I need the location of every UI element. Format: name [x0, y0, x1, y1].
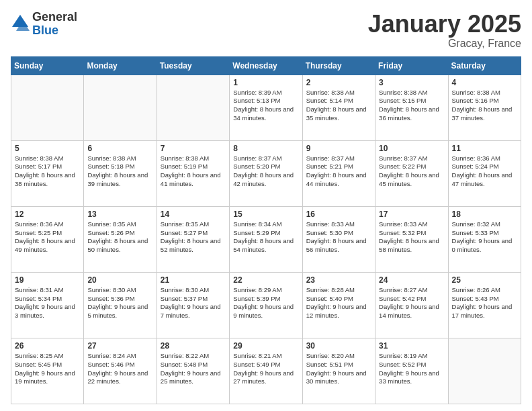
calendar-header-thursday: Thursday [302, 56, 375, 75]
calendar-cell: 27Sunrise: 8:24 AM Sunset: 5:46 PM Dayli… [84, 338, 157, 404]
calendar-header-friday: Friday [375, 56, 448, 75]
day-info: Sunrise: 8:38 AM Sunset: 5:17 PM Dayligh… [15, 154, 80, 189]
day-info: Sunrise: 8:27 AM Sunset: 5:42 PM Dayligh… [379, 286, 444, 320]
calendar-cell: 22Sunrise: 8:29 AM Sunset: 5:39 PM Dayli… [230, 272, 302, 338]
day-info: Sunrise: 8:33 AM Sunset: 5:30 PM Dayligh… [306, 220, 371, 255]
calendar-cell: 30Sunrise: 8:20 AM Sunset: 5:51 PM Dayli… [302, 338, 375, 404]
day-info: Sunrise: 8:35 AM Sunset: 5:26 PM Dayligh… [87, 220, 152, 255]
calendar-week-1: 5Sunrise: 8:38 AM Sunset: 5:17 PM Daylig… [11, 140, 521, 206]
day-number: 25 [452, 275, 517, 285]
day-number: 7 [161, 144, 226, 153]
logo: General Blue [11, 11, 77, 38]
day-info: Sunrise: 8:32 AM Sunset: 5:33 PM Dayligh… [452, 220, 517, 255]
day-info: Sunrise: 8:29 AM Sunset: 5:39 PM Dayligh… [233, 286, 298, 320]
calendar-cell: 15Sunrise: 8:34 AM Sunset: 5:29 PM Dayli… [230, 206, 302, 272]
calendar-week-0: 1Sunrise: 8:39 AM Sunset: 5:13 PM Daylig… [11, 75, 521, 140]
day-number: 1 [233, 78, 298, 87]
calendar-cell: 2Sunrise: 8:38 AM Sunset: 5:14 PM Daylig… [302, 75, 375, 140]
calendar-cell [84, 75, 157, 140]
day-info: Sunrise: 8:21 AM Sunset: 5:49 PM Dayligh… [233, 352, 298, 386]
header: General Blue January 2025 Gracay, France [11, 11, 521, 50]
calendar-cell: 8Sunrise: 8:37 AM Sunset: 5:20 PM Daylig… [230, 140, 302, 206]
calendar-cell: 17Sunrise: 8:33 AM Sunset: 5:32 PM Dayli… [375, 206, 448, 272]
calendar-cell: 3Sunrise: 8:38 AM Sunset: 5:15 PM Daylig… [375, 75, 448, 140]
calendar-week-2: 12Sunrise: 8:36 AM Sunset: 5:25 PM Dayli… [11, 206, 521, 272]
calendar-cell: 20Sunrise: 8:30 AM Sunset: 5:36 PM Dayli… [84, 272, 157, 338]
day-number: 28 [161, 341, 226, 351]
day-info: Sunrise: 8:24 AM Sunset: 5:46 PM Dayligh… [87, 352, 152, 386]
calendar-cell: 1Sunrise: 8:39 AM Sunset: 5:13 PM Daylig… [230, 75, 302, 140]
day-info: Sunrise: 8:38 AM Sunset: 5:18 PM Dayligh… [87, 154, 152, 189]
day-number: 12 [15, 210, 80, 219]
day-info: Sunrise: 8:37 AM Sunset: 5:20 PM Dayligh… [233, 154, 298, 189]
day-number: 14 [161, 210, 226, 219]
day-number: 3 [379, 78, 444, 87]
day-number: 9 [306, 144, 371, 153]
calendar-cell: 19Sunrise: 8:31 AM Sunset: 5:34 PM Dayli… [11, 272, 84, 338]
day-number: 17 [379, 210, 444, 219]
day-number: 8 [233, 144, 298, 153]
calendar-cell [11, 75, 84, 140]
day-number: 29 [233, 341, 298, 351]
logo-blue: Blue [32, 24, 77, 38]
day-info: Sunrise: 8:39 AM Sunset: 5:13 PM Dayligh… [233, 89, 298, 123]
day-number: 4 [452, 78, 517, 87]
calendar-cell: 5Sunrise: 8:38 AM Sunset: 5:17 PM Daylig… [11, 140, 84, 206]
calendar-cell: 7Sunrise: 8:38 AM Sunset: 5:19 PM Daylig… [157, 140, 229, 206]
calendar-cell: 9Sunrise: 8:37 AM Sunset: 5:21 PM Daylig… [302, 140, 375, 206]
day-number: 5 [15, 144, 80, 153]
calendar-header-row: SundayMondayTuesdayWednesdayThursdayFrid… [11, 56, 521, 75]
day-info: Sunrise: 8:30 AM Sunset: 5:36 PM Dayligh… [87, 286, 152, 320]
day-number: 15 [233, 210, 298, 219]
day-number: 10 [379, 144, 444, 153]
calendar-header-monday: Monday [84, 56, 157, 75]
day-number: 27 [87, 341, 152, 351]
day-info: Sunrise: 8:38 AM Sunset: 5:15 PM Dayligh… [379, 89, 444, 123]
day-info: Sunrise: 8:35 AM Sunset: 5:27 PM Dayligh… [161, 220, 226, 255]
calendar-cell: 12Sunrise: 8:36 AM Sunset: 5:25 PM Dayli… [11, 206, 84, 272]
calendar-cell: 6Sunrise: 8:38 AM Sunset: 5:18 PM Daylig… [84, 140, 157, 206]
calendar-header-saturday: Saturday [448, 56, 521, 75]
day-info: Sunrise: 8:31 AM Sunset: 5:34 PM Dayligh… [15, 286, 80, 320]
day-number: 13 [87, 210, 152, 219]
calendar-table: SundayMondayTuesdayWednesdayThursdayFrid… [11, 56, 521, 404]
day-number: 16 [306, 210, 371, 219]
day-info: Sunrise: 8:34 AM Sunset: 5:29 PM Dayligh… [233, 220, 298, 255]
calendar-cell: 31Sunrise: 8:19 AM Sunset: 5:52 PM Dayli… [375, 338, 448, 404]
day-info: Sunrise: 8:22 AM Sunset: 5:48 PM Dayligh… [161, 352, 226, 386]
day-number: 21 [161, 275, 226, 285]
day-info: Sunrise: 8:36 AM Sunset: 5:24 PM Dayligh… [452, 154, 517, 189]
calendar-week-3: 19Sunrise: 8:31 AM Sunset: 5:34 PM Dayli… [11, 272, 521, 338]
day-info: Sunrise: 8:37 AM Sunset: 5:22 PM Dayligh… [379, 154, 444, 189]
day-number: 24 [379, 275, 444, 285]
day-number: 30 [306, 341, 371, 351]
calendar-cell: 28Sunrise: 8:22 AM Sunset: 5:48 PM Dayli… [157, 338, 229, 404]
day-info: Sunrise: 8:36 AM Sunset: 5:25 PM Dayligh… [15, 220, 80, 255]
day-info: Sunrise: 8:19 AM Sunset: 5:52 PM Dayligh… [379, 352, 444, 386]
day-info: Sunrise: 8:28 AM Sunset: 5:40 PM Dayligh… [306, 286, 371, 320]
day-number: 2 [306, 78, 371, 87]
logo-icon [11, 13, 30, 32]
day-number: 18 [452, 210, 517, 219]
day-number: 6 [87, 144, 152, 153]
day-number: 11 [452, 144, 517, 153]
day-number: 23 [306, 275, 371, 285]
calendar-cell [157, 75, 229, 140]
day-info: Sunrise: 8:38 AM Sunset: 5:14 PM Dayligh… [306, 89, 371, 123]
day-info: Sunrise: 8:26 AM Sunset: 5:43 PM Dayligh… [452, 286, 517, 320]
calendar-subtitle: Gracay, France [368, 38, 521, 50]
calendar-cell: 26Sunrise: 8:25 AM Sunset: 5:45 PM Dayli… [11, 338, 84, 404]
calendar-week-4: 26Sunrise: 8:25 AM Sunset: 5:45 PM Dayli… [11, 338, 521, 404]
day-info: Sunrise: 8:20 AM Sunset: 5:51 PM Dayligh… [306, 352, 371, 386]
day-info: Sunrise: 8:25 AM Sunset: 5:45 PM Dayligh… [15, 352, 80, 386]
calendar-cell: 21Sunrise: 8:30 AM Sunset: 5:37 PM Dayli… [157, 272, 229, 338]
day-info: Sunrise: 8:33 AM Sunset: 5:32 PM Dayligh… [379, 220, 444, 255]
page: General Blue January 2025 Gracay, France… [0, 0, 532, 411]
calendar-cell: 11Sunrise: 8:36 AM Sunset: 5:24 PM Dayli… [448, 140, 521, 206]
calendar-title: January 2025 [368, 11, 521, 38]
day-info: Sunrise: 8:37 AM Sunset: 5:21 PM Dayligh… [306, 154, 371, 189]
calendar-header-tuesday: Tuesday [157, 56, 229, 75]
calendar-cell: 18Sunrise: 8:32 AM Sunset: 5:33 PM Dayli… [448, 206, 521, 272]
calendar-cell: 29Sunrise: 8:21 AM Sunset: 5:49 PM Dayli… [230, 338, 302, 404]
calendar-cell: 24Sunrise: 8:27 AM Sunset: 5:42 PM Dayli… [375, 272, 448, 338]
